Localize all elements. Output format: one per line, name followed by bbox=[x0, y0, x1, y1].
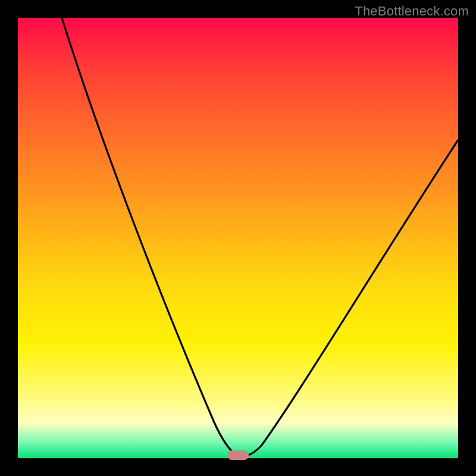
plot-area bbox=[18, 18, 458, 458]
curve-left-branch bbox=[62, 18, 239, 457]
chart-frame: TheBottleneck.com bbox=[0, 0, 476, 476]
watermark-text: TheBottleneck.com bbox=[355, 4, 469, 19]
optimum-marker bbox=[227, 450, 249, 460]
bottleneck-curve bbox=[18, 18, 458, 458]
curve-right-branch bbox=[239, 140, 458, 457]
